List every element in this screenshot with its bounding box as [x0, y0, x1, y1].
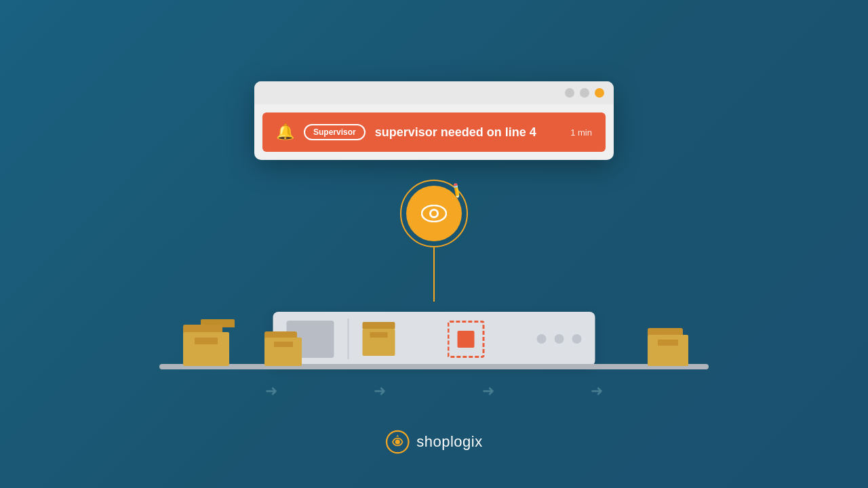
- supervisor-badge: Supervisor: [304, 124, 366, 140]
- machine-dot-3: [572, 334, 582, 344]
- conveyor-machine: [273, 312, 595, 366]
- minimize-button[interactable]: [580, 88, 589, 98]
- alert-box: [448, 321, 485, 358]
- shoplogix-logo-icon: [385, 430, 410, 454]
- alert-inner-box: [458, 331, 475, 348]
- conveyor-belt-rail: [159, 364, 709, 369]
- connector-line: [433, 247, 435, 302]
- machine-divider: [348, 319, 349, 359]
- machine-dot-1: [537, 334, 547, 344]
- close-button[interactable]: [595, 88, 604, 98]
- notification-time: 1 min: [570, 127, 592, 138]
- arrow-2: ➜: [374, 382, 386, 400]
- notification-bar: 🔔 Supervisor supervisor needed on line 4…: [262, 113, 606, 152]
- eye-monitor-container: ✏️: [400, 180, 468, 302]
- shoplogix-logo: shoplogix: [385, 430, 482, 454]
- machine-dots: [537, 334, 582, 344]
- box-left-near: [264, 331, 302, 366]
- eye-icon: [421, 205, 447, 222]
- eye-outer-ring: ✏️: [400, 180, 468, 247]
- arrow-1: ➜: [265, 382, 277, 400]
- arrow-4: ➜: [591, 382, 603, 400]
- arrow-3: ➜: [482, 382, 494, 400]
- notification-window: 🔔 Supervisor supervisor needed on line 4…: [254, 81, 614, 160]
- bell-icon: 🔔: [276, 123, 294, 141]
- machine-center: [409, 321, 524, 358]
- machine-box-left: [363, 322, 395, 356]
- window-titlebar: [254, 81, 614, 104]
- shoplogix-logo-text: shoplogix: [416, 433, 482, 451]
- svg-point-4: [395, 439, 400, 444]
- maximize-button[interactable]: [565, 88, 574, 98]
- conveyor-arrows: ➜ ➜ ➜ ➜: [217, 382, 651, 400]
- notification-message: supervisor needed on line 4: [375, 125, 561, 140]
- box-left-far: [183, 325, 229, 366]
- box-right: [648, 328, 688, 366]
- svg-point-2: [431, 211, 437, 216]
- machine-dot-2: [555, 334, 564, 344]
